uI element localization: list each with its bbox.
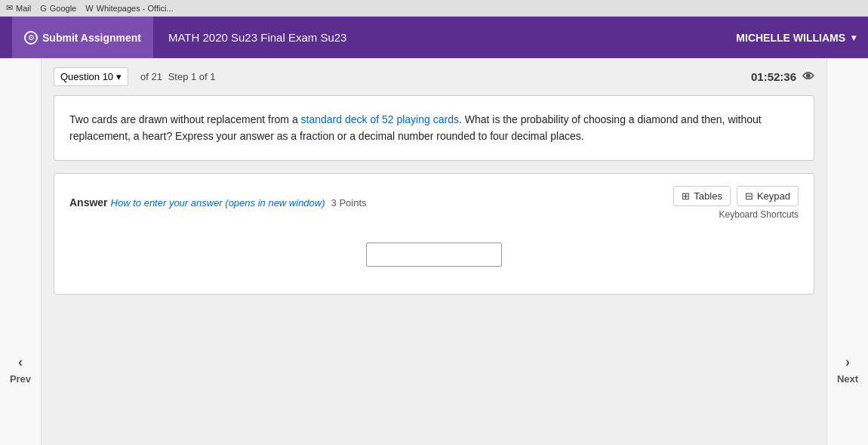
next-button[interactable]: › Next <box>837 354 858 385</box>
tools-right: ⊞ Tables ⊟ Keypad Keyboard Shortcuts <box>673 186 799 220</box>
browser-tab-bar: ✉ Mail G Google W Whitepages - Offici... <box>0 0 868 17</box>
deck-link[interactable]: standard deck of 52 playing cards <box>301 113 459 125</box>
app-header: ⊙ Submit Assignment MATH 2020 Su23 Final… <box>0 17 868 58</box>
answer-input-area <box>69 243 799 267</box>
tables-grid-icon: ⊞ <box>682 190 690 202</box>
prev-button[interactable]: ‹ Prev <box>10 354 31 385</box>
user-dropdown-arrow[interactable]: ▾ <box>851 32 856 43</box>
mail-icon: ✉ <box>6 3 13 13</box>
keypad-icon: ⊟ <box>745 190 753 202</box>
whitepages-icon: W <box>85 4 93 13</box>
question-box: Two cards are drawn without replacement … <box>54 95 814 161</box>
answer-label: Answer <box>69 196 108 209</box>
tab-whitepages[interactable]: W Whitepages - Offici... <box>85 4 173 13</box>
tab-mail[interactable]: ✉ Mail <box>6 3 31 13</box>
keyboard-shortcuts: Keyboard Shortcuts <box>719 209 799 220</box>
question-header: Question 10 ▾ of 21 Step 1 of 1 01:52:36… <box>54 67 814 86</box>
right-nav: › Next <box>826 58 868 445</box>
submit-assignment-button[interactable]: ⊙ Submit Assignment <box>12 17 153 58</box>
question-text: Two cards are drawn without replacement … <box>69 111 799 145</box>
user-name-area[interactable]: MICHELLE WILLIAMS ▾ <box>736 32 856 44</box>
next-arrow-icon: › <box>845 354 850 370</box>
question-area: Question 10 ▾ of 21 Step 1 of 1 01:52:36… <box>42 58 826 445</box>
tools-buttons: ⊞ Tables ⊟ Keypad <box>673 186 799 206</box>
answer-input[interactable] <box>366 243 502 267</box>
prev-arrow-icon: ‹ <box>18 354 23 370</box>
user-name-text: MICHELLE WILLIAMS <box>736 32 845 44</box>
step-info: of 21 Step 1 of 1 <box>140 71 215 82</box>
submit-label: Submit Assignment <box>42 32 141 44</box>
timer-area: 01:52:36 👁 <box>751 70 814 84</box>
timer-display: 01:52:36 <box>751 70 796 83</box>
header-left: ⊙ Submit Assignment MATH 2020 Su23 Final… <box>12 17 346 58</box>
next-label: Next <box>837 373 858 385</box>
timer-icon: 👁 <box>802 70 814 84</box>
answer-header: Answer How to enter your answer (opens i… <box>69 186 799 220</box>
left-nav: ‹ Prev <box>0 58 42 445</box>
tables-button[interactable]: ⊞ Tables <box>673 186 731 206</box>
question-selector[interactable]: Question 10 ▾ <box>54 67 128 86</box>
google-icon: G <box>40 4 47 13</box>
tab-google[interactable]: G Google <box>40 4 76 13</box>
submit-circle-icon: ⊙ <box>24 31 38 45</box>
main-content: ‹ Prev Question 10 ▾ of 21 Step 1 of 1 0… <box>0 58 868 445</box>
chevron-down-icon: ▾ <box>116 71 122 82</box>
keypad-button[interactable]: ⊟ Keypad <box>737 186 799 206</box>
prev-label: Prev <box>10 373 31 385</box>
answer-section: Answer How to enter your answer (opens i… <box>54 173 814 295</box>
points-label: 3 Points <box>331 197 367 209</box>
answer-hint-link[interactable]: How to enter your answer (opens in new w… <box>111 197 325 209</box>
exam-title: MATH 2020 Su23 Final Exam Su23 <box>153 31 347 44</box>
question-number: Question 10 <box>60 71 113 82</box>
